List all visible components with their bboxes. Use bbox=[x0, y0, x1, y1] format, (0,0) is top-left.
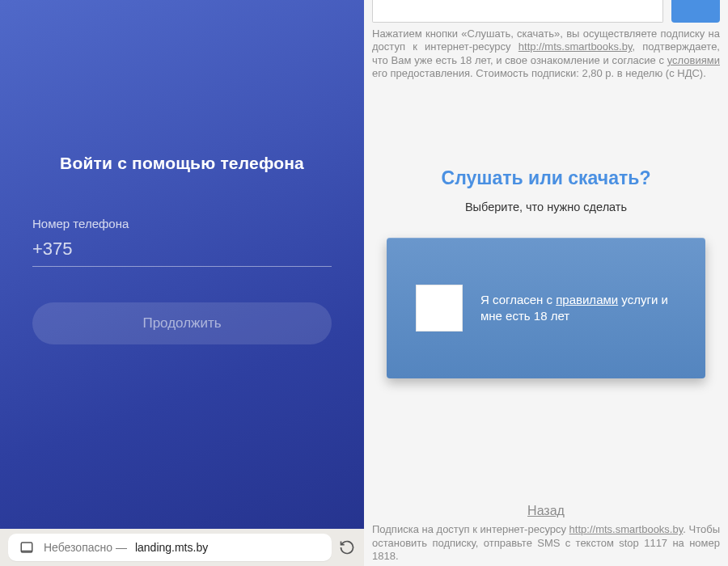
address-chip[interactable]: Небезопасно — landing.mts.by bbox=[8, 534, 332, 561]
terms-conditions-link[interactable]: условиями bbox=[667, 54, 720, 66]
address-domain: landing.mts.by bbox=[135, 541, 208, 554]
login-title: Войти с помощью телефона bbox=[32, 154, 332, 173]
reader-mode-icon[interactable] bbox=[18, 539, 36, 556]
listen-or-download-subtitle: Выберите, что нужно сделать bbox=[372, 201, 720, 213]
mid-heading-block: Слушать или скачать? Выберите, что нужно… bbox=[372, 167, 720, 213]
top-submit-button[interactable] bbox=[671, 0, 720, 23]
top-terms-text: Нажатием кнопки «Слушать, скачать», вы о… bbox=[372, 27, 720, 80]
back-link[interactable]: Назад bbox=[372, 504, 720, 518]
consent-card: Я согласен с правилами услуги и мне есть… bbox=[387, 238, 705, 378]
consent-checkbox[interactable] bbox=[416, 285, 463, 332]
listen-or-download-title: Слушать или скачать? bbox=[372, 167, 720, 189]
top-input-row bbox=[372, 0, 720, 23]
footer-terms-text: Подписка на доступ к интернет-ресурсу ht… bbox=[372, 523, 720, 566]
terms-resource-link[interactable]: http://mts.smartbooks.by bbox=[518, 40, 633, 53]
login-screen: Войти с помощью телефона Номер телефона … bbox=[0, 0, 364, 529]
continue-button[interactable]: Продолжить bbox=[32, 302, 332, 344]
phone-label: Номер телефона bbox=[32, 217, 332, 230]
reload-icon[interactable] bbox=[338, 539, 356, 556]
left-pane: Войти с помощью телефона Номер телефона … bbox=[0, 0, 364, 566]
top-text-input[interactable] bbox=[372, 0, 663, 23]
right-pane: Нажатием кнопки «Слушать, скачать», вы о… bbox=[364, 0, 728, 566]
browser-address-bar: Небезопасно — landing.mts.by bbox=[0, 529, 364, 566]
footer-resource-link[interactable]: http://mts.smartbooks.by bbox=[569, 523, 684, 535]
insecure-label: Небезопасно — bbox=[44, 541, 127, 554]
consent-text: Я согласен с правилами услуги и мне есть… bbox=[480, 292, 676, 325]
phone-input[interactable] bbox=[32, 234, 332, 267]
consent-rules-link[interactable]: правилами bbox=[556, 293, 618, 306]
